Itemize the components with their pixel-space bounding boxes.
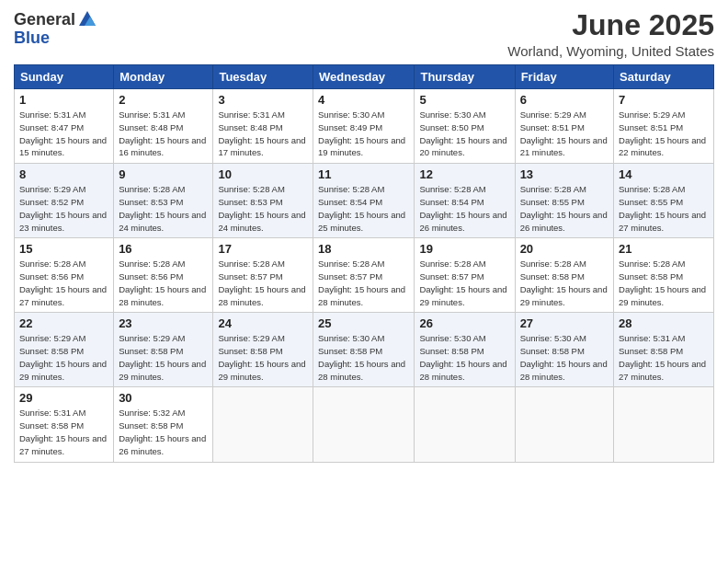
week-row-5: 29 Sunrise: 5:31 AMSunset: 8:58 PMDaylig… [15,387,714,462]
day-number: 19 [419,242,509,256]
day-info: Sunrise: 5:28 AMSunset: 8:55 PMDaylight:… [520,184,608,232]
day-info: Sunrise: 5:28 AMSunset: 8:56 PMDaylight:… [119,259,206,306]
day-info: Sunrise: 5:30 AMSunset: 8:58 PMDaylight:… [419,333,506,381]
cell-week4-day6: 28 Sunrise: 5:31 AMSunset: 8:58 PMDaylig… [614,313,714,387]
day-number: 24 [218,316,308,330]
day-info: Sunrise: 5:30 AMSunset: 8:49 PMDaylight:… [318,109,405,157]
cell-week3-day5: 20 Sunrise: 5:28 AMSunset: 8:58 PMDaylig… [515,238,613,313]
day-number: 5 [419,93,509,107]
calendar-title: June 2025 [507,9,714,41]
day-number: 3 [218,93,308,107]
day-info: Sunrise: 5:31 AMSunset: 8:48 PMDaylight:… [119,109,206,157]
cell-week4-day2: 24 Sunrise: 5:29 AMSunset: 8:58 PMDaylig… [213,313,313,387]
cell-week2-day5: 13 Sunrise: 5:28 AMSunset: 8:55 PMDaylig… [515,164,613,238]
day-info: Sunrise: 5:29 AMSunset: 8:52 PMDaylight:… [19,184,107,232]
day-info: Sunrise: 5:28 AMSunset: 8:54 PMDaylight:… [419,184,506,232]
day-info: Sunrise: 5:28 AMSunset: 8:58 PMDaylight:… [619,259,706,306]
calendar-subtitle: Worland, Wyoming, United States [507,43,714,59]
day-number: 17 [218,242,308,256]
day-info: Sunrise: 5:31 AMSunset: 8:58 PMDaylight:… [19,408,107,455]
logo-icon [77,9,97,29]
day-number: 9 [119,167,208,181]
logo-blue: Blue [14,29,50,46]
day-info: Sunrise: 5:30 AMSunset: 8:58 PMDaylight:… [318,333,405,381]
week-row-1: 1 Sunrise: 5:31 AMSunset: 8:47 PMDayligh… [15,89,714,164]
cell-week1-day4: 5 Sunrise: 5:30 AMSunset: 8:50 PMDayligh… [415,89,515,164]
cell-week1-day6: 7 Sunrise: 5:29 AMSunset: 8:51 PMDayligh… [614,89,714,164]
cell-week1-day0: 1 Sunrise: 5:31 AMSunset: 8:47 PMDayligh… [15,89,114,164]
cell-week5-day4 [415,387,515,462]
cell-week3-day6: 21 Sunrise: 5:28 AMSunset: 8:58 PMDaylig… [614,238,714,313]
day-number: 29 [19,391,108,405]
day-info: Sunrise: 5:28 AMSunset: 8:53 PMDaylight:… [218,184,305,232]
header-sunday: Sunday [15,65,114,89]
day-number: 27 [520,316,609,330]
cell-week2-day0: 8 Sunrise: 5:29 AMSunset: 8:52 PMDayligh… [15,164,114,238]
cell-week5-day1: 30 Sunrise: 5:32 AMSunset: 8:58 PMDaylig… [114,387,213,462]
day-number: 28 [619,316,709,330]
cell-week1-day3: 4 Sunrise: 5:30 AMSunset: 8:49 PMDayligh… [313,89,415,164]
logo-general: General [14,11,75,28]
week-row-3: 15 Sunrise: 5:28 AMSunset: 8:56 PMDaylig… [15,238,714,313]
day-number: 15 [19,242,108,256]
page: General Blue June 2025 Worland, Wyoming,… [0,0,728,563]
title-block: June 2025 Worland, Wyoming, United State… [507,9,714,59]
cell-week3-day4: 19 Sunrise: 5:28 AMSunset: 8:57 PMDaylig… [415,238,515,313]
weekday-header-row: Sunday Monday Tuesday Wednesday Thursday… [15,65,714,89]
day-number: 4 [318,93,409,107]
day-number: 20 [520,242,609,256]
calendar-table: Sunday Monday Tuesday Wednesday Thursday… [14,64,714,462]
day-number: 1 [19,93,108,107]
day-info: Sunrise: 5:29 AMSunset: 8:58 PMDaylight:… [119,333,206,381]
header: General Blue June 2025 Worland, Wyoming,… [14,9,714,59]
header-friday: Friday [515,65,613,89]
cell-week4-day0: 22 Sunrise: 5:29 AMSunset: 8:58 PMDaylig… [15,313,114,387]
header-tuesday: Tuesday [213,65,313,89]
day-number: 8 [19,167,108,181]
day-info: Sunrise: 5:30 AMSunset: 8:58 PMDaylight:… [520,333,608,381]
day-number: 13 [520,167,609,181]
cell-week5-day3 [313,387,415,462]
cell-week2-day4: 12 Sunrise: 5:28 AMSunset: 8:54 PMDaylig… [415,164,515,238]
day-number: 12 [419,167,509,181]
day-number: 18 [318,242,409,256]
cell-week4-day5: 27 Sunrise: 5:30 AMSunset: 8:58 PMDaylig… [515,313,613,387]
day-number: 21 [619,242,709,256]
header-monday: Monday [114,65,213,89]
day-number: 26 [419,316,509,330]
logo: General Blue [14,9,97,46]
day-info: Sunrise: 5:28 AMSunset: 8:58 PMDaylight:… [520,259,608,306]
cell-week2-day3: 11 Sunrise: 5:28 AMSunset: 8:54 PMDaylig… [313,164,415,238]
cell-week5-day2 [213,387,313,462]
day-number: 2 [119,93,208,107]
day-info: Sunrise: 5:31 AMSunset: 8:48 PMDaylight:… [218,109,305,157]
week-row-2: 8 Sunrise: 5:29 AMSunset: 8:52 PMDayligh… [15,164,714,238]
cell-week5-day6 [614,387,714,462]
day-info: Sunrise: 5:28 AMSunset: 8:57 PMDaylight:… [218,259,305,306]
day-number: 23 [119,316,208,330]
cell-week2-day2: 10 Sunrise: 5:28 AMSunset: 8:53 PMDaylig… [213,164,313,238]
cell-week4-day4: 26 Sunrise: 5:30 AMSunset: 8:58 PMDaylig… [415,313,515,387]
cell-week4-day3: 25 Sunrise: 5:30 AMSunset: 8:58 PMDaylig… [313,313,415,387]
header-saturday: Saturday [614,65,714,89]
day-info: Sunrise: 5:29 AMSunset: 8:51 PMDaylight:… [619,109,706,157]
day-info: Sunrise: 5:28 AMSunset: 8:57 PMDaylight:… [318,259,405,306]
cell-week2-day1: 9 Sunrise: 5:28 AMSunset: 8:53 PMDayligh… [114,164,213,238]
cell-week1-day5: 6 Sunrise: 5:29 AMSunset: 8:51 PMDayligh… [515,89,613,164]
day-number: 30 [119,391,208,405]
day-number: 14 [619,167,709,181]
header-thursday: Thursday [415,65,515,89]
day-info: Sunrise: 5:29 AMSunset: 8:51 PMDaylight:… [520,109,608,157]
cell-week5-day0: 29 Sunrise: 5:31 AMSunset: 8:58 PMDaylig… [15,387,114,462]
day-info: Sunrise: 5:29 AMSunset: 8:58 PMDaylight:… [19,333,107,381]
day-number: 10 [218,167,308,181]
cell-week1-day1: 2 Sunrise: 5:31 AMSunset: 8:48 PMDayligh… [114,89,213,164]
cell-week3-day0: 15 Sunrise: 5:28 AMSunset: 8:56 PMDaylig… [15,238,114,313]
day-number: 11 [318,167,409,181]
cell-week5-day5 [515,387,613,462]
day-number: 25 [318,316,409,330]
day-info: Sunrise: 5:30 AMSunset: 8:50 PMDaylight:… [419,109,506,157]
week-row-4: 22 Sunrise: 5:29 AMSunset: 8:58 PMDaylig… [15,313,714,387]
day-number: 6 [520,93,609,107]
day-info: Sunrise: 5:28 AMSunset: 8:55 PMDaylight:… [619,184,706,232]
